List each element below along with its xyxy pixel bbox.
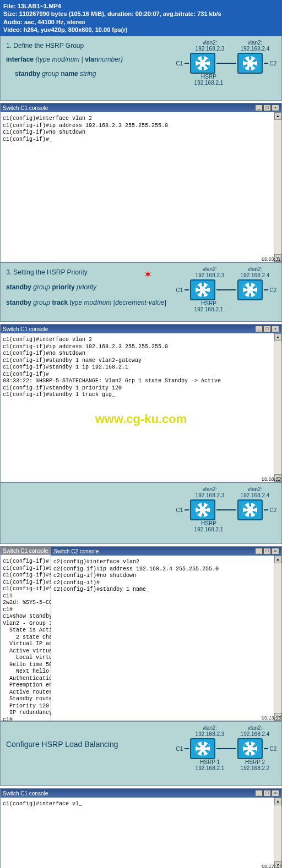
maximize-button[interactable]: □: [263, 326, 271, 332]
window-title: Switch C1 console: [3, 790, 48, 796]
terminal-output[interactable]: c2(config)#interface vlan2 c2(config-if)…: [51, 556, 281, 597]
router-c2-icon: [237, 279, 263, 300]
scrollbar[interactable]: ▲▼: [274, 112, 281, 262]
slide-hsrp-priority: ✶ 3. Setting the HSRP Priority standby g…: [0, 262, 282, 322]
minimize-button[interactable]: _: [255, 326, 263, 332]
window-title: Switch C1 console: [3, 548, 48, 554]
console-c1-4: Switch C1 console _ □ × c1(config)#inter…: [0, 788, 282, 868]
maximize-button[interactable]: □: [263, 790, 271, 796]
terminal-output[interactable]: c1(config)#interface vl_: [1, 798, 281, 811]
close-button[interactable]: ×: [272, 326, 279, 332]
kw-interface: interface: [6, 56, 35, 63]
kw-standby: standby: [15, 70, 42, 78]
titlebar[interactable]: Switch C1 console _ □ ×: [1, 103, 281, 112]
router-c2-icon: [237, 53, 263, 74]
terminal-output[interactable]: c1(config)#interface vlan 2 c1(config-if…: [1, 333, 281, 402]
minimize-button[interactable]: _: [255, 790, 263, 796]
audio-line: Audio: aac, 44100 Hz, stereo: [3, 18, 279, 26]
video-timestamp: 00:08:02: [261, 476, 280, 481]
close-button[interactable]: ×: [272, 548, 279, 554]
slide1-num: 1.: [6, 42, 12, 50]
watermark: www.cg-ku.com: [95, 412, 187, 426]
scrollbar[interactable]: ▲▼: [274, 333, 281, 482]
console-c1-1: Switch C1 console _ □ × c1(config)#inter…: [0, 103, 282, 262]
maximize-button[interactable]: □: [263, 105, 271, 111]
scrollbar[interactable]: ▲▼: [274, 556, 281, 721]
video-timestamp: 00:03:31: [261, 256, 280, 261]
slide-define-hsrp: 1. Define the HSRP Group interface {type…: [0, 36, 282, 101]
close-button[interactable]: ×: [272, 790, 279, 796]
scrollbar[interactable]: ▲▼: [274, 798, 281, 868]
video-timestamp: 00:17:34: [261, 863, 280, 868]
minimize-button[interactable]: _: [255, 105, 263, 111]
video-timestamp: 00:13:05: [261, 715, 280, 720]
titlebar[interactable]: Switch C2 console _ □ ×: [51, 547, 281, 556]
network-diagram-2: vlan2:192.168.2.3vlan2:192.168.2.4 C1 C2…: [150, 266, 277, 312]
media-info-header: File: 13LAB1~1.MP4 Size: 110267090 bytes…: [0, 0, 282, 36]
maximize-button[interactable]: □: [263, 548, 271, 554]
network-diagram-4: vlan2:192.168.2.3vlan2:192.168.2.4 C1 C2…: [150, 725, 277, 771]
close-button[interactable]: ×: [272, 105, 279, 111]
router-c1-icon: [190, 279, 215, 300]
minimize-button[interactable]: _: [255, 548, 263, 554]
slide-load-balancing: Configure HSRP Load Balancing vlan2:192.…: [0, 721, 282, 786]
file-line: File: 13LAB1~1.MP4: [3, 2, 279, 10]
video-line: Video: h264, yuv420p, 800x600, 10.00 fps…: [3, 26, 279, 34]
console-c2: Switch C2 console _ □ × c2(config)#inter…: [51, 546, 282, 721]
titlebar[interactable]: Switch C1 console _ □ ×: [1, 789, 281, 798]
network-diagram-3: vlan2:192.168.2.3vlan2:192.168.2.4 C1 C2…: [150, 486, 277, 532]
console-c1-2: Switch C1 console _ □ × c1(config)#inter…: [0, 324, 282, 482]
slide1-title: Define the HSRP Group: [13, 42, 84, 50]
network-diagram-1: vlan2:192.168.2.3vlan2:192.168.2.4 C1 C2…: [150, 40, 277, 86]
window-title: Switch C1 console: [3, 105, 48, 111]
terminal-output[interactable]: c1(config)#interface vlan 2 c1(config-if…: [1, 112, 281, 146]
size-line: Size: 110267090 bytes (105.16 MiB), dura…: [3, 10, 279, 18]
window-title: Switch C1 console: [3, 326, 48, 332]
router-c2-icon: [237, 499, 263, 520]
router-c1-icon: [190, 53, 215, 74]
slide-diagram-only: vlan2:192.168.2.3vlan2:192.168.2.4 C1 C2…: [0, 482, 282, 544]
titlebar[interactable]: Switch C1 console _ □ ×: [1, 325, 281, 333]
router-c1-icon: [190, 738, 215, 759]
router-c2-icon: [237, 738, 263, 759]
window-title: Switch C2 console: [53, 548, 99, 554]
router-c1-icon: [190, 499, 215, 520]
